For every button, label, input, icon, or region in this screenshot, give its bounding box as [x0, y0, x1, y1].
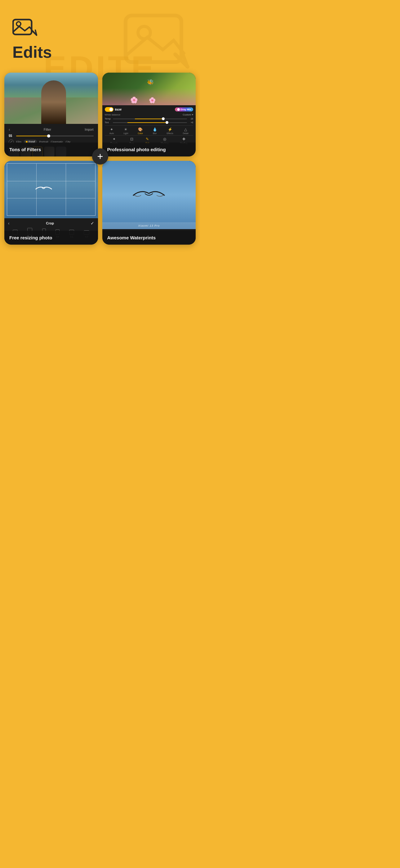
center-plus-button[interactable] [92, 148, 108, 164]
graymix-icon: ⬤ [177, 108, 180, 111]
watermark-bottom-bar: Xiaomi 13 Pro [102, 222, 196, 229]
temp-slider-track[interactable] [113, 119, 187, 119]
tool-color[interactable]: 🎨 Color [138, 127, 143, 134]
app-icon [12, 17, 37, 37]
filter-slider-thumb[interactable] [47, 134, 50, 137]
watermark-card-label: Awesome Waterprints [102, 231, 196, 245]
tool-blur[interactable]: 💧 Blur [153, 127, 157, 134]
tool-detail[interactable]: △ Detail [183, 127, 189, 134]
white-balance-row: White balance Custom ▾ [105, 113, 194, 116]
gray-mix-button[interactable]: ⬤ Gray Mix [175, 107, 193, 112]
healing-icon: ✚ [182, 137, 186, 141]
effects-icon: ⚡ [168, 127, 172, 132]
edit-bw-row: B&W ⬤ Gray Mix [105, 107, 194, 112]
presets-icon: ✦ [112, 137, 116, 141]
tool-effects[interactable]: ⚡ Effects [167, 127, 173, 134]
crop-toolbar-label: Crop [10, 221, 91, 225]
light-icon: ☀ [124, 127, 128, 132]
edit-panel: B&W ⬤ Gray Mix White balance Custom ▾ Te… [102, 105, 196, 146]
filter-photo [4, 73, 98, 124]
watermark-photo: Xiaomi 13 Pro [102, 161, 196, 229]
crop-toolbar: ‹ Crop ✓ [7, 220, 96, 227]
wb-custom: Custom ▾ [182, 113, 193, 116]
light-label: Light [124, 132, 128, 134]
edit-bw-toggle[interactable]: B&W [105, 107, 122, 112]
crop-card-label: Free resizing photo [4, 231, 98, 245]
color-icon: 🎨 [138, 127, 143, 132]
tool-light[interactable]: ☀ Light [124, 127, 128, 134]
filter-card-label: Tons of Filters [4, 143, 98, 156]
blur-icon: 💧 [153, 127, 157, 132]
filter-topbar: ‹ Filter Import [7, 126, 96, 133]
crop-grid-h2 [7, 198, 95, 198]
top-tools-row: ✦ Auto ☀ Light 🎨 Color 💧 Blur [105, 125, 194, 134]
crop-grid-h1 [7, 181, 95, 181]
crop-icon: ⊡ [130, 137, 133, 141]
cards-wrapper: ‹ Filter Import 55 Film Food [0, 69, 200, 257]
auto-icon: ✦ [110, 127, 113, 132]
page-title: Edits [12, 44, 188, 60]
plus-icon [96, 153, 104, 160]
tint-fill [128, 122, 168, 123]
tint-slider-row: Tint +6 [105, 121, 194, 124]
flower-emoji-2: 🌸 [149, 97, 156, 104]
watermark-text: Xiaomi 13 Pro [138, 224, 160, 227]
svg-point-5 [16, 22, 21, 26]
crop-bird [35, 185, 52, 194]
edit-icon: ✎ [146, 137, 149, 141]
watermark-card: Xiaomi 13 Pro Awesome Waterprints [102, 161, 196, 245]
bw-label: B&W [115, 108, 122, 111]
tint-thumb[interactable] [166, 121, 168, 124]
tint-value: +6 [188, 121, 193, 124]
tint-slider-track[interactable] [113, 122, 187, 123]
temp-value: -18 [188, 118, 193, 120]
filter-slider-value: 55 [9, 134, 14, 137]
flower-emoji: 🌸 [130, 96, 138, 104]
back-chevron-icon[interactable]: ‹ [9, 127, 10, 132]
filter-label: Filter [44, 128, 51, 131]
filter-figure [41, 81, 66, 124]
crop-card: ‹ Crop ✓ 0:0 Free 9:16 [4, 161, 98, 245]
marking-icon: ◎ [163, 137, 166, 141]
filter-card: ‹ Filter Import 55 Film Food [4, 73, 98, 156]
header: Edits [0, 0, 200, 69]
watermark-bird-svg [132, 187, 166, 204]
detail-icon: △ [184, 127, 187, 132]
filter-slider-track[interactable] [16, 136, 94, 136]
color-label: Color [138, 132, 143, 134]
temp-slider-row: Temp -18 [105, 117, 194, 120]
edit-card-label: Professional photo editing [102, 143, 196, 156]
effects-label: Effects [167, 132, 173, 134]
crop-confirm-icon[interactable]: ✓ [91, 221, 94, 226]
filter-slider-row: 55 [7, 133, 96, 138]
temp-fill [135, 119, 165, 119]
temp-label: Temp [105, 117, 112, 120]
blur-label: Blur [153, 132, 157, 134]
temp-thumb[interactable] [162, 117, 165, 120]
wb-label: White balance [105, 113, 121, 116]
edit-photo: 🐝 🌸 🌸 [102, 73, 196, 105]
tint-label: Tint [105, 121, 112, 124]
toggle-pill[interactable] [105, 107, 113, 112]
auto-label: Auto [109, 132, 114, 134]
bee-emoji: 🐝 [147, 79, 154, 86]
crop-photo [4, 161, 98, 218]
edit-card: 🐝 🌸 🌸 B&W ⬤ Gray Mix [102, 73, 196, 156]
tool-auto[interactable]: ✦ Auto [109, 127, 114, 134]
import-button[interactable]: Import [85, 128, 93, 131]
crop-grid-v2 [66, 164, 66, 215]
detail-label: Detail [183, 132, 189, 134]
